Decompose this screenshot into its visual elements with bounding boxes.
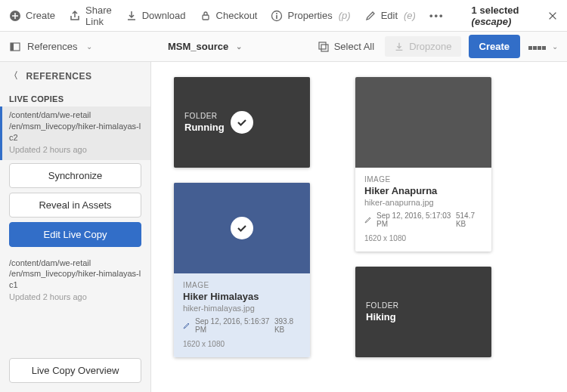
lock-icon: [200, 10, 212, 22]
dropzone-button: Dropzone: [385, 36, 460, 57]
live-copy-path: /en/msm_livecopy/hiker-himalayas-lc2: [9, 121, 141, 144]
asset-grid: FOLDER Running IMAGE Hiker Himalayas hik…: [151, 62, 567, 392]
checkout-button[interactable]: Checkout: [200, 10, 258, 22]
live-copy-meta: Updated 2 hours ago: [9, 292, 141, 301]
card-kind: IMAGE: [364, 175, 482, 184]
live-copy-item[interactable]: /content/dam/we-retail /en/msm_livecopy/…: [0, 106, 150, 160]
selection-status: 1 selected (escape): [472, 5, 528, 27]
plus-circle-icon: [9, 10, 21, 22]
card-date: Sep 12, 2016, 5:16:37 PM: [195, 317, 270, 334]
chevron-down-icon: ⌄: [86, 42, 92, 51]
share-link-button[interactable]: Share Link: [69, 5, 112, 27]
edit-shortcut: (e): [404, 10, 416, 21]
select-all-icon: [318, 41, 330, 53]
close-icon: [547, 11, 558, 21]
rail-toggle-references[interactable]: References ⌄: [9, 41, 92, 53]
synchronize-button[interactable]: Synchronize: [9, 163, 141, 188]
download-label: Download: [142, 10, 186, 21]
download-icon: [125, 10, 138, 22]
grid-icon: [528, 41, 546, 52]
card-kind: FOLDER: [366, 301, 481, 310]
checkout-label: Checkout: [216, 10, 258, 21]
live-copy-path: /content/dam/we-retail: [9, 258, 141, 269]
navigation-bar: References ⌄ MSM_source ⌄ Select All Dro…: [0, 32, 567, 62]
rail-header: 〈 REFERENCES: [0, 62, 150, 90]
selection-count: 1 selected: [472, 5, 519, 16]
folder-card-running[interactable]: FOLDER Running: [174, 77, 310, 168]
create-primary-button[interactable]: Create: [469, 35, 520, 58]
create-button[interactable]: Create: [9, 10, 55, 22]
rail-section-label: LIVE COPIES: [0, 90, 150, 106]
live-copy-item[interactable]: /content/dam/we-retail /en/msm_livecopy/…: [0, 255, 150, 308]
close-selection-button[interactable]: [547, 9, 558, 23]
card-size: 514.7 KB: [456, 211, 482, 228]
card-title: Hiker Himalayas: [183, 291, 301, 302]
select-all-label: Select All: [334, 41, 374, 52]
svg-rect-8: [321, 45, 328, 51]
references-label: References: [27, 41, 77, 52]
rail-title: REFERENCES: [26, 71, 92, 82]
properties-shortcut: (p): [339, 10, 351, 21]
card-name: Hiking: [366, 311, 481, 323]
live-copy-path: /en/msm_livecopy/hiker-himalayas-lc1: [9, 268, 141, 291]
card-dimensions: 1620 x 1080: [364, 234, 482, 242]
more-actions-button[interactable]: •••: [429, 10, 445, 21]
live-copy-meta: Updated 2 hours ago: [9, 145, 141, 154]
dropzone-label: Dropzone: [409, 41, 451, 52]
view-switcher[interactable]: ⌄: [528, 41, 558, 52]
selected-check-icon[interactable]: [231, 111, 253, 134]
properties-button[interactable]: Properties (p): [271, 10, 350, 22]
download-arrow-icon: [394, 42, 404, 52]
pencil-icon: [364, 10, 376, 22]
pencil-icon: [183, 322, 191, 329]
breadcrumb-label: MSM_source: [168, 41, 228, 52]
share-icon: [69, 10, 81, 22]
live-copy-actions: Synchronize Reveal in Assets Edit Live C…: [0, 160, 150, 255]
escape-hint: (escape): [472, 16, 512, 27]
chevron-down-icon: ⌄: [552, 42, 558, 51]
create-label: Create: [26, 10, 55, 21]
select-all-button[interactable]: Select All: [318, 41, 374, 53]
svg-point-3: [276, 13, 277, 14]
panel-icon: [9, 41, 21, 53]
card-date: Sep 12, 2016, 5:17:03 PM: [376, 211, 451, 228]
card-overlay: FOLDER Hiking: [355, 267, 491, 357]
action-toolbar: Create Share Link Download Checkout Prop…: [0, 0, 567, 32]
share-link-label: Share Link: [85, 5, 112, 27]
edit-button[interactable]: Edit (e): [364, 10, 416, 22]
svg-rect-6: [11, 43, 14, 51]
card-dimensions: 1620 x 1080: [183, 340, 301, 348]
chevron-down-icon: ⌄: [236, 42, 242, 51]
svg-rect-4: [277, 15, 278, 19]
pencil-icon: [364, 216, 372, 224]
selected-check-icon[interactable]: [231, 217, 253, 239]
references-rail: 〈 REFERENCES LIVE COPIES /content/dam/we…: [0, 62, 151, 392]
reveal-in-assets-button[interactable]: Reveal in Assets: [9, 193, 141, 218]
edit-live-copy-button[interactable]: Edit Live Copy: [9, 222, 141, 247]
info-icon: [271, 10, 283, 22]
image-card-anapurna[interactable]: IMAGE Hiker Anapurna hiker-anapurna.jpg …: [355, 77, 491, 252]
rail-back-button[interactable]: 〈: [9, 69, 19, 82]
image-card-himalayas[interactable]: IMAGE Hiker Himalayas hiker-himalayas.jp…: [174, 183, 310, 357]
breadcrumb[interactable]: MSM_source ⌄: [92, 41, 317, 52]
folder-card-hiking[interactable]: FOLDER Hiking: [355, 267, 491, 357]
card-size: 393.8 KB: [274, 317, 301, 334]
create-primary-label: Create: [479, 41, 510, 52]
live-copy-overview-button[interactable]: Live Copy Overview: [9, 358, 141, 383]
card-filename: hiker-anapurna.jpg: [364, 198, 482, 207]
body-area: 〈 REFERENCES LIVE COPIES /content/dam/we…: [0, 62, 567, 392]
card-filename: hiker-himalayas.jpg: [183, 304, 301, 313]
card-title: Hiker Anapurna: [364, 185, 482, 196]
svg-rect-1: [203, 15, 209, 20]
card-kind: IMAGE: [183, 281, 301, 289]
svg-rect-7: [319, 42, 326, 49]
properties-label: Properties: [287, 10, 332, 21]
edit-label: Edit: [381, 10, 398, 21]
live-copy-path: /content/dam/we-retail: [9, 110, 141, 121]
download-button[interactable]: Download: [125, 10, 186, 22]
